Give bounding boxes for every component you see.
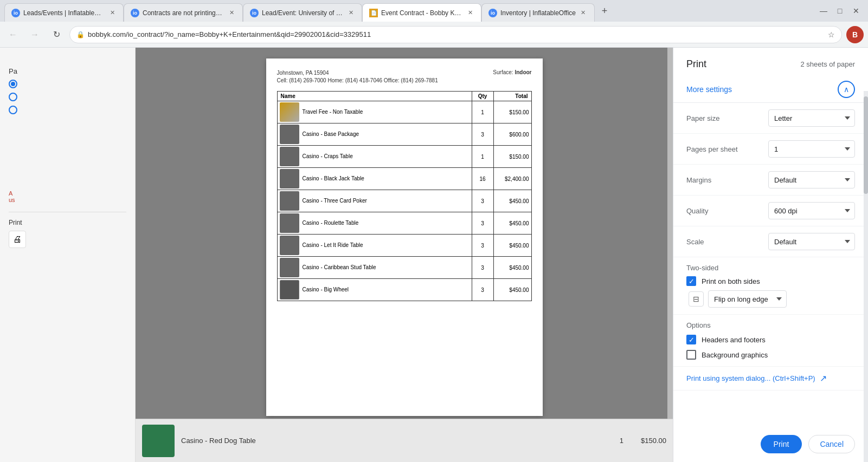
table-header-name: Name [277, 92, 472, 101]
item-name-cell: Casino - Roulette Table [277, 212, 472, 235]
minimize-button[interactable]: — [816, 3, 831, 18]
radio-item-2[interactable] [9, 93, 126, 101]
tab2-title: Contracts are not printing corre [143, 9, 224, 17]
contract-table: Name Qty Total Travel Fee - Non Taxable1… [277, 91, 532, 301]
doc-header-info: Johnstown, PA 15904 Cell: (814) 269-7000… [277, 69, 532, 84]
item-name-text: Casino - Craps Table [303, 153, 353, 159]
item-total-cell: $2,400.00 [493, 168, 531, 190]
quality-row: Quality 600 dpi 300 dpi 150 dpi [673, 196, 868, 226]
print-button[interactable]: Print [761, 435, 802, 453]
item-thumbnail [280, 280, 299, 300]
two-sided-label: Two-sided [686, 264, 741, 272]
bookmark-icon[interactable]: ☆ [828, 30, 835, 39]
item-name-text: Casino - Roulette Table [303, 220, 359, 226]
item-qty-cell: 3 [472, 123, 493, 146]
radio-item-3[interactable] [9, 106, 126, 114]
table-row: Casino - Three Card Poker3$450.00 [277, 190, 531, 212]
item-total-cell: $450.00 [493, 257, 531, 279]
tab-inventory[interactable]: io Inventory | InflatableOffice ✕ [481, 3, 595, 22]
doc-preview-area[interactable]: Johnstown, PA 15904 Cell: (814) 269-7000… [136, 48, 673, 462]
tab-leads-events[interactable]: io Leads/Events | InflatableOffice ✕ [4, 3, 124, 22]
radio-empty-1 [9, 93, 17, 101]
tab3-close[interactable]: ✕ [346, 9, 355, 17]
item-name-text: Travel Fee - Non Taxable [303, 109, 363, 115]
maximize-button[interactable]: □ [832, 3, 847, 18]
settings-scroll-area[interactable]: Paper size Letter A4 Legal Pages per she… [673, 103, 868, 426]
tab-contracts-printing[interactable]: io Contracts are not printing corre ✕ [124, 3, 243, 22]
item-total-cell: $450.00 [493, 279, 531, 301]
right-scrollbar[interactable] [864, 91, 868, 462]
tab3-title: Lead/Event: University of Pittsb [262, 9, 343, 17]
scale-select[interactable]: Default Fit to page Custom [768, 233, 855, 250]
tab4-title: Event Contract - Bobby K Enter... [381, 9, 462, 17]
item-total-cell: $150.00 [493, 101, 531, 123]
checkmark-icon: ✓ [689, 278, 695, 285]
doc-page: Johnstown, PA 15904 Cell: (814) 269-7000… [266, 58, 543, 416]
url-text: bobbyk.com/io_contract/?io_name=Bobby+K+… [88, 30, 825, 38]
item-qty-cell: 3 [472, 190, 493, 212]
pages-per-sheet-row: Pages per sheet 1 2 4 [673, 134, 868, 165]
more-settings-chevron[interactable]: ∧ [838, 81, 855, 98]
tab-event-contract[interactable]: 📄 Event Contract - Bobby K Enter... ✕ [362, 3, 481, 22]
right-panel: Print 2 sheets of paper More settings ∧ … [673, 48, 868, 462]
options-label: Options [686, 321, 711, 329]
options-section: Options ✓ Headers and footers Background… [673, 315, 868, 367]
more-settings-row[interactable]: More settings ∧ [673, 76, 868, 103]
tab5-favicon: io [488, 9, 497, 17]
table-header-qty: Qty [472, 92, 493, 101]
print-system-dialog-link[interactable]: Print using system dialog... (Ctrl+Shift… [673, 367, 868, 391]
flip-select-row: ⊟ Flip on long edge Flip on short edge [689, 290, 787, 308]
item-thumbnail [280, 213, 299, 233]
surface-label: Surface: [493, 69, 513, 75]
print-dialog-text: Print using system dialog... (Ctrl+Shift… [686, 374, 815, 382]
tab-lead-event[interactable]: io Lead/Event: University of Pittsb ✕ [243, 3, 362, 22]
paper-size-select[interactable]: Letter A4 Legal [768, 109, 855, 127]
print-icon-button[interactable]: 🖨 [9, 231, 26, 248]
tab2-close[interactable]: ✕ [227, 9, 236, 17]
tab5-close[interactable]: ✕ [579, 9, 588, 17]
print-section: Print 🖨 [9, 212, 126, 248]
radio-group [9, 80, 126, 114]
alert-text: A [9, 190, 126, 197]
bottom-item-name: Casino - Red Dog Table [181, 437, 256, 445]
reload-button[interactable]: ↻ [48, 26, 65, 43]
pages-per-sheet-select[interactable]: 1 2 4 [768, 140, 855, 158]
paper-size-label: Paper size [686, 114, 741, 122]
quality-select[interactable]: 600 dpi 300 dpi 150 dpi [768, 202, 855, 219]
page-number-label: Pa [9, 67, 126, 75]
item-total-cell: $450.00 [493, 190, 531, 212]
tab4-close[interactable]: ✕ [466, 9, 474, 17]
table-row: Casino - Big Wheel3$450.00 [277, 279, 531, 301]
table-row: Casino - Caribbean Stud Table3$450.00 [277, 257, 531, 279]
bottom-item-qty: 1 [620, 437, 623, 445]
close-window-button[interactable]: ✕ [848, 3, 864, 18]
paper-size-row: Paper size Letter A4 Legal [673, 103, 868, 134]
profile-button[interactable]: B [846, 26, 864, 43]
headers-footers-checkbox[interactable]: ✓ [686, 335, 696, 344]
item-qty-cell: 1 [472, 146, 493, 168]
forward-button[interactable]: → [26, 26, 43, 43]
item-name-cell: Casino - Base Package [277, 123, 472, 146]
phone-line: Cell: (814) 269-7000 Home: (814) 418-704… [277, 77, 438, 84]
item-name-cell: Casino - Three Card Poker [277, 190, 472, 212]
tab1-close[interactable]: ✕ [108, 9, 117, 17]
tab-bar: io Leads/Events | InflatableOffice ✕ io … [0, 0, 868, 22]
flip-edge-select[interactable]: Flip on long edge Flip on short edge [708, 290, 787, 308]
back-button[interactable]: ← [4, 26, 22, 43]
margins-label: Margins [686, 176, 741, 184]
item-name-cell: Casino - Black Jack Table [277, 168, 472, 190]
background-graphics-checkbox[interactable] [686, 350, 696, 360]
url-bar[interactable]: 🔒 bobbyk.com/io_contract/?io_name=Bobby+… [69, 26, 842, 43]
item-name-text: Casino - Three Card Poker [303, 198, 367, 204]
preview-scrollbar[interactable] [667, 48, 673, 419]
quality-label: Quality [686, 207, 741, 215]
margins-select[interactable]: Default None Minimum Custom [768, 171, 855, 188]
print-both-sides-checkbox[interactable]: ✓ [686, 276, 696, 286]
item-thumbnail [280, 125, 299, 144]
cancel-button[interactable]: Cancel [808, 435, 855, 453]
doc-header-left: Johnstown, PA 15904 Cell: (814) 269-7000… [277, 69, 438, 84]
item-name-cell: Travel Fee - Non Taxable [277, 101, 472, 123]
new-tab-button[interactable]: + [597, 3, 612, 18]
radio-item-1[interactable] [9, 80, 126, 88]
tab3-favicon: io [250, 9, 259, 17]
